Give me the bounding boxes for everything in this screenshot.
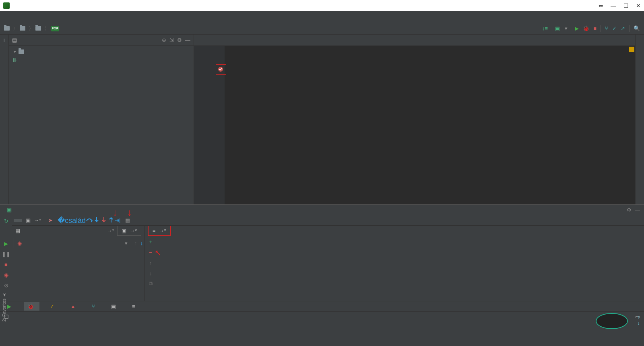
tw-todo[interactable]: ✓ <box>47 302 60 311</box>
right-tool-stripe <box>635 35 644 204</box>
vcs-commit-icon[interactable]: ✓ <box>612 25 617 31</box>
arrow-icon: ↖ <box>155 248 161 257</box>
move-down-icon[interactable]: ↓ <box>147 269 155 277</box>
menu-file[interactable] <box>4 15 12 19</box>
menu-help[interactable] <box>93 15 101 19</box>
show-execution-point-icon[interactable]: ➤ <box>48 217 53 223</box>
run-to-cursor-button[interactable]: ⇥| <box>115 217 120 223</box>
vcs-update-icon[interactable]: ↓≡ <box>542 25 548 31</box>
resume-button[interactable]: ▶ <box>2 239 10 247</box>
menu-navigate[interactable] <box>31 15 39 19</box>
menu-code[interactable] <box>39 15 47 19</box>
tw-vcs[interactable]: ⑂ <box>89 302 101 311</box>
breakpoint-gutter[interactable] <box>217 46 225 204</box>
debug-button[interactable]: 🐞 <box>583 25 589 31</box>
debug-side-toolbar: ↻ ▶ ❚❚ ■ ◉ ⊘ <box>0 215 12 301</box>
breadcrumb[interactable] <box>4 26 11 31</box>
tw-cmake[interactable]: ▲ <box>67 302 81 311</box>
left-tool-stripe <box>0 35 9 204</box>
evaluate-expression-button[interactable]: ▦ <box>125 217 130 223</box>
fortran-icon: FOR <box>51 26 59 31</box>
tw-messages[interactable]: ≡ <box>129 302 141 311</box>
arrow-icon: ↓ <box>113 207 118 218</box>
debug-title: ▣ <box>4 207 12 213</box>
prev-frame-icon[interactable]: ↑ <box>133 240 139 246</box>
thread-selector[interactable]: ◉▾ <box>14 238 131 248</box>
main-menu <box>0 11 644 23</box>
code-content[interactable] <box>225 46 635 204</box>
step-over-button[interactable]: �család <box>58 216 86 225</box>
folder-icon <box>35 26 41 31</box>
move-up-icon[interactable]: ↑ <box>147 259 155 267</box>
tab-debugger[interactable] <box>14 219 22 222</box>
view-breakpoints-button[interactable]: ◉ <box>2 271 10 279</box>
menu-vcs[interactable] <box>75 15 83 19</box>
stop-button[interactable]: ■ <box>593 25 597 31</box>
vcs-branch-icon[interactable]: ⑂ <box>605 25 608 31</box>
collapse-all-icon[interactable]: ⇲ <box>169 37 174 43</box>
project-view-dropdown[interactable]: ▤ <box>12 37 17 43</box>
vcs-push-icon[interactable]: ↗ <box>621 25 625 31</box>
scroll-from-source-icon[interactable]: ⊕ <box>162 37 166 43</box>
settings-icon[interactable]: ⚙ <box>627 207 632 213</box>
tab-console[interactable]: ▣ →* <box>22 216 45 225</box>
menu-view[interactable] <box>22 15 30 19</box>
status-bar: ☐ ‡ ‡ ▭ <box>0 311 644 322</box>
breakpoint-icon[interactable] <box>217 66 224 72</box>
network-stats: ↑ ↓ <box>638 314 640 326</box>
breadcrumb[interactable] <box>35 26 43 31</box>
tab-project[interactable] <box>4 39 5 42</box>
run-button[interactable]: ▶ <box>575 25 579 31</box>
menu-window[interactable] <box>84 15 92 19</box>
breadcrumb[interactable]: FOR <box>51 26 61 31</box>
collapse-icon[interactable]: ⇔ <box>599 2 603 9</box>
settings-icon[interactable]: ⚙ <box>177 37 182 43</box>
minimize-button[interactable]: — <box>611 2 616 9</box>
folder-icon <box>4 26 10 31</box>
debug-tool-window: ▣ ⚙— ↻ ▶ ❚❚ ■ ◉ ⊘ ▣ →* ➤ �család <box>0 204 644 301</box>
editor <box>194 35 635 204</box>
inspection-indicator[interactable] <box>629 47 634 52</box>
title-bar: ⇔ — ☐ ✕ <box>0 0 644 11</box>
menu-edit[interactable] <box>13 15 21 19</box>
project-tool-window: ▤ ⊕ ⇲ ⚙ — ▼ ⊪ <box>9 35 194 204</box>
hide-icon[interactable]: — <box>185 37 190 43</box>
stop-button[interactable]: ■ <box>2 260 10 268</box>
step-into-button[interactable] <box>93 216 100 224</box>
bottom-tool-stripe: 2: Favorites ★ ▶ 🐞 ✓ ▲ ⑂ ▣ ≡ <box>0 301 644 311</box>
rerun-button[interactable]: ↻ <box>2 217 10 225</box>
line-numbers <box>194 46 217 204</box>
remove-watch-button[interactable]: − <box>147 248 155 256</box>
pause-button[interactable]: ❚❚ <box>2 250 10 258</box>
arrow-icon: ↓ <box>127 207 132 218</box>
tab-favorites[interactable]: 2: Favorites ★ <box>1 292 10 322</box>
navigation-bar: 〉 〉 〉 FOR ↓≡ ▣ ▾ ▶ 🐞 ■ ⑂ ✓ ↗ 🔍 <box>0 23 644 35</box>
tw-debug[interactable]: 🐞 <box>24 302 39 311</box>
run-config-dropdown[interactable]: ▣ ▾ <box>552 25 571 32</box>
tw-terminal[interactable]: ▣ <box>108 302 122 311</box>
editor-tabs <box>194 35 635 46</box>
project-tree[interactable]: ▼ ⊪ <box>9 46 194 66</box>
tab-variables[interactable]: ≡ →* <box>148 226 171 236</box>
close-button[interactable]: ✕ <box>636 2 641 9</box>
folder-icon <box>19 49 24 54</box>
hide-icon[interactable]: — <box>635 207 640 213</box>
tab-gdb[interactable]: ▣ →* <box>117 226 141 236</box>
app-icon <box>3 2 10 9</box>
maximize-button[interactable]: ☐ <box>623 2 629 9</box>
performance-widget[interactable] <box>596 313 628 329</box>
search-icon[interactable]: 🔍 <box>634 25 640 31</box>
folder-icon <box>20 26 25 31</box>
breadcrumb[interactable] <box>20 26 27 31</box>
add-watch-button[interactable]: ＋ <box>147 238 155 246</box>
next-frame-icon[interactable]: ↓ <box>139 240 145 246</box>
mute-breakpoints-button[interactable]: ⊘ <box>2 281 10 289</box>
step-over-button[interactable] <box>86 216 93 224</box>
menu-refactor[interactable] <box>48 15 56 19</box>
duplicate-watch-icon[interactable]: ⧉ <box>147 280 155 288</box>
force-step-into-button[interactable] <box>100 216 107 224</box>
menu-tools[interactable] <box>66 15 74 19</box>
menu-run[interactable] <box>57 15 65 19</box>
